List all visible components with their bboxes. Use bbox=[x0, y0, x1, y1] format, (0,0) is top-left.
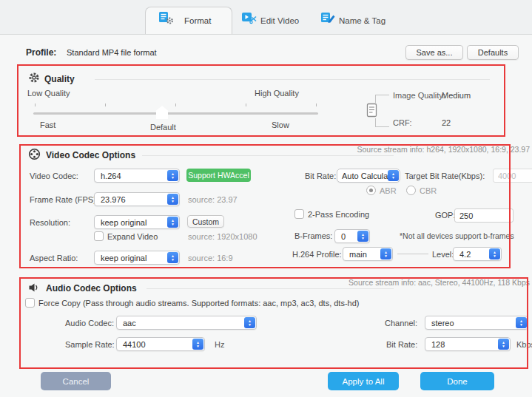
slider-tick bbox=[316, 104, 317, 106]
image-quality-value: Medium bbox=[442, 91, 471, 100]
framerate-label: Frame Rate (FPS): bbox=[30, 195, 98, 204]
tab-bar: Format Edit Video Name & Tag bbox=[0, 0, 532, 35]
h264-profile-select[interactable]: main bbox=[343, 247, 393, 261]
quality-gear-icon bbox=[28, 72, 40, 84]
resolution-source: source: 1920x1080 bbox=[188, 232, 257, 241]
force-copy-checkbox[interactable] bbox=[25, 298, 35, 308]
cancel-button[interactable]: Cancel bbox=[41, 372, 111, 390]
stepper-icon bbox=[380, 248, 391, 259]
expand-video-checkbox[interactable] bbox=[94, 231, 104, 241]
framerate-value: 23.976 bbox=[101, 195, 126, 204]
stepper-icon bbox=[489, 248, 500, 259]
profile-value: Standard MP4 file format bbox=[67, 48, 157, 57]
low-quality-label: Low Quality bbox=[27, 89, 70, 98]
gop-label: GOP: bbox=[435, 211, 456, 220]
format-tab-icon bbox=[158, 11, 174, 24]
channel-label: Channel: bbox=[385, 319, 417, 328]
aspect-source: source: 16:9 bbox=[188, 254, 233, 262]
done-button[interactable]: Done bbox=[420, 372, 494, 390]
gop-input[interactable] bbox=[454, 208, 514, 223]
expand-video-label: Expand Video bbox=[107, 232, 158, 241]
crf-label: CRF: bbox=[393, 118, 412, 127]
speaker-icon bbox=[28, 282, 41, 293]
samplerate-label: Sample Rate: bbox=[65, 340, 115, 349]
samplerate-unit: Hz bbox=[215, 340, 224, 349]
framerate-source: source: 23.97 bbox=[188, 195, 238, 204]
target-bitrate-input[interactable] bbox=[493, 169, 532, 183]
custom-button[interactable]: Custom bbox=[187, 215, 224, 228]
stepper-icon bbox=[167, 170, 178, 181]
twopass-checkbox[interactable] bbox=[294, 209, 304, 219]
slider-tick bbox=[246, 104, 246, 106]
slider-tick bbox=[105, 104, 106, 106]
abr-label: ABR bbox=[380, 186, 397, 195]
video-divider bbox=[142, 155, 394, 156]
video-source-info: Source stream info: h264, 1920x1080, 16:… bbox=[357, 145, 531, 154]
video-codec-value: h.264 bbox=[101, 172, 121, 180]
stepper-icon bbox=[498, 339, 509, 350]
profile-label: Profile: bbox=[26, 47, 56, 58]
bitrate-value: Auto Calculate bbox=[342, 172, 395, 180]
abr-radio[interactable] bbox=[366, 186, 376, 195]
bframes-value: 0 bbox=[341, 232, 346, 241]
tab-name-tag-label[interactable]: Name & Tag bbox=[339, 16, 385, 25]
quality-title: Quality bbox=[44, 74, 75, 84]
aspect-value: keep original bbox=[101, 254, 147, 262]
tab-format-label[interactable]: Format bbox=[184, 16, 211, 25]
default-label: Default bbox=[150, 123, 176, 132]
resolution-select[interactable]: keep original bbox=[94, 215, 180, 229]
edit-video-tab-icon bbox=[241, 11, 257, 24]
audio-options-title: Audio Codec Options bbox=[46, 283, 137, 293]
audio-bitrate-value: 128 bbox=[431, 340, 445, 349]
aspect-label: Aspect Ratio: bbox=[30, 254, 78, 262]
quality-divider bbox=[95, 79, 490, 80]
level-select[interactable]: 4.2 bbox=[453, 247, 502, 261]
bracket-line bbox=[375, 126, 389, 127]
bracket-line bbox=[375, 95, 389, 95]
audio-codec-select[interactable]: aac bbox=[116, 316, 257, 330]
audio-bitrate-select[interactable]: 128 bbox=[425, 337, 511, 351]
quality-slider-track[interactable] bbox=[33, 112, 318, 115]
stepper-icon bbox=[244, 317, 255, 328]
slider-tick bbox=[35, 104, 36, 106]
stepper-icon bbox=[357, 231, 368, 242]
framerate-select[interactable]: 23.976 bbox=[94, 192, 180, 206]
bframes-select[interactable]: 0 bbox=[334, 229, 370, 243]
audio-source-info: Source stream info: aac, Stereo, 44100Hz… bbox=[349, 278, 530, 287]
image-quality-label: Image Quality: bbox=[393, 91, 445, 100]
twopass-label: 2-Pass Encoding bbox=[308, 210, 369, 219]
cbr-label: CBR bbox=[420, 186, 437, 195]
video-codec-label: Video Codec: bbox=[30, 172, 78, 180]
resolution-label: Resolution: bbox=[30, 218, 70, 227]
save-as-button[interactable]: Save as... bbox=[405, 45, 463, 60]
format-settings-dialog: Format Edit Video Name & Tag Profile: St… bbox=[0, 0, 532, 397]
samplerate-value: 44100 bbox=[123, 340, 146, 349]
defaults-button[interactable]: Defaults bbox=[467, 45, 519, 60]
film-reel-icon bbox=[28, 148, 41, 160]
slow-label: Slow bbox=[272, 121, 289, 129]
high-quality-label: High Quality bbox=[255, 89, 299, 98]
samplerate-select[interactable]: 44100 bbox=[116, 337, 205, 351]
hwaccel-button[interactable]: Support HWAccel bbox=[186, 169, 251, 182]
stepper-icon bbox=[516, 317, 527, 328]
cbr-radio[interactable] bbox=[406, 186, 416, 195]
tab-edit-video-label[interactable]: Edit Video bbox=[260, 16, 299, 25]
aspect-select[interactable]: keep original bbox=[94, 251, 180, 265]
bframes-note: *Not all devices support b-frames bbox=[400, 231, 514, 240]
stepper-icon bbox=[167, 252, 178, 263]
stepper-icon bbox=[192, 339, 203, 350]
bitrate-select[interactable]: Auto Calculate bbox=[337, 169, 400, 183]
h264-profile-label: H.264 Profile: bbox=[292, 250, 342, 259]
stepper-icon bbox=[167, 217, 178, 228]
level-value: 4.2 bbox=[459, 250, 471, 259]
name-tag-tab-icon bbox=[320, 11, 336, 24]
target-bitrate-label: Target Bit Rate(Kbps): bbox=[405, 172, 485, 180]
quality-annotation-box bbox=[17, 64, 505, 137]
video-codec-select[interactable]: h.264 bbox=[94, 169, 180, 183]
channel-select[interactable]: stereo bbox=[425, 316, 528, 330]
quality-slider-thumb[interactable] bbox=[156, 106, 168, 119]
apply-to-all-button[interactable]: Apply to All bbox=[328, 372, 399, 390]
force-copy-label: Force Copy (Pass through audio streams. … bbox=[38, 299, 359, 308]
stepper-icon bbox=[388, 170, 399, 181]
video-options-title: Video Codec Options bbox=[46, 150, 135, 160]
